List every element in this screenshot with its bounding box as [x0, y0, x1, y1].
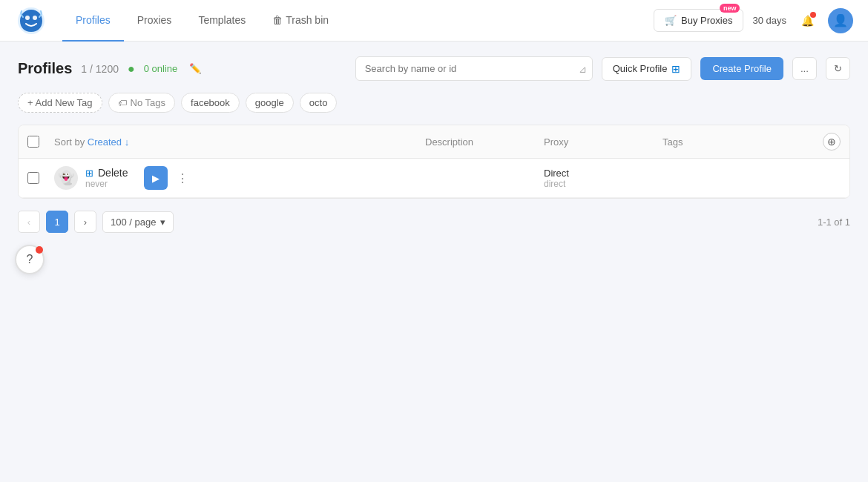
- filter-button[interactable]: ⊿: [579, 63, 587, 74]
- notification-dot: [810, 12, 816, 18]
- select-all-checkbox[interactable]: [27, 136, 39, 148]
- buy-proxies-button[interactable]: new 🛒 Buy Proxies: [654, 9, 743, 32]
- tag-no-tags[interactable]: 🏷 No Tags: [108, 93, 175, 113]
- page-header: Profiles 1 / 1200 ● 0 online ✏️ ⊿ Quick …: [18, 56, 850, 81]
- question-mark-icon: ?: [27, 253, 33, 266]
- search-input[interactable]: [355, 56, 593, 81]
- tags-bar: + Add New Tag 🏷 No Tags facebook google …: [18, 93, 850, 113]
- main-content: Profiles 1 / 1200 ● 0 online ✏️ ⊿ Quick …: [0, 42, 868, 260]
- svg-point-1: [25, 16, 30, 20]
- title-column-header: Sort by Created ↓: [54, 136, 425, 148]
- nav-proxies[interactable]: Proxies: [124, 0, 185, 42]
- description-column-header: Description: [425, 136, 544, 148]
- nav-templates[interactable]: Templates: [185, 0, 259, 42]
- header: Profiles Proxies Templates 🗑 Trash bin n…: [0, 0, 868, 42]
- cart-icon: 🛒: [665, 15, 677, 26]
- online-dot: ●: [128, 62, 135, 76]
- page-info: 1-1 of 1: [818, 217, 850, 228]
- prev-page-button[interactable]: ‹: [18, 211, 40, 233]
- row-checkbox[interactable]: [27, 172, 39, 184]
- notifications-button[interactable]: 🔔: [795, 9, 819, 33]
- main-nav: Profiles Proxies Templates 🗑 Trash bin: [62, 0, 654, 42]
- refresh-icon: ↻: [834, 63, 842, 74]
- tag-google[interactable]: google: [246, 93, 294, 113]
- proxy-name: Direct: [544, 168, 662, 179]
- add-tag-button[interactable]: + Add New Tag: [18, 93, 102, 113]
- per-page-selector[interactable]: 100 / page ▾: [102, 211, 174, 233]
- proxy-info: Direct direct: [544, 168, 662, 189]
- profile-more-button[interactable]: ⋮: [172, 168, 193, 188]
- play-icon: ▶: [152, 173, 160, 184]
- profile-last-used: never: [85, 179, 128, 189]
- nav-trash[interactable]: 🗑 Trash bin: [259, 0, 342, 42]
- profiles-table: Sort by Created ↓ Description Proxy Tags…: [18, 125, 850, 199]
- next-page-button[interactable]: ›: [74, 211, 96, 233]
- proxy-column-header: Proxy: [544, 136, 662, 148]
- add-column-button[interactable]: ⊕: [823, 133, 841, 151]
- svg-point-2: [33, 16, 37, 20]
- create-profile-button[interactable]: Create Profile: [700, 57, 783, 80]
- app-logo: [15, 4, 47, 37]
- pencil-icon: ✏️: [189, 63, 202, 74]
- header-right: new 🛒 Buy Proxies 30 days 🔔 👤: [654, 8, 853, 33]
- tag-icon: 🏷: [118, 98, 127, 108]
- pagination: ‹ 1 › 100 / page ▾ 1-1 of 1: [18, 199, 850, 245]
- user-avatar[interactable]: 👤: [828, 8, 853, 33]
- play-profile-button[interactable]: ▶: [144, 166, 168, 190]
- nav-profiles[interactable]: Profiles: [62, 0, 124, 42]
- filter-icon: ⊿: [579, 63, 587, 74]
- table-header: Sort by Created ↓ Description Proxy Tags…: [19, 125, 849, 159]
- plus-circle-icon: ⊕: [827, 136, 836, 148]
- refresh-button[interactable]: ↻: [826, 57, 850, 80]
- row-actions: ▶ ⋮: [144, 166, 193, 190]
- profile-info: 👻 ⊞ Delete never ▶ ⋮: [54, 166, 425, 190]
- table-row: 👻 ⊞ Delete never ▶ ⋮: [19, 159, 849, 198]
- trash-icon: 🗑: [272, 14, 283, 26]
- tag-facebook[interactable]: facebook: [181, 93, 240, 113]
- help-button[interactable]: ?: [15, 245, 45, 274]
- help-dot: [36, 246, 43, 254]
- avatar-ghost-icon: 👻: [58, 170, 74, 186]
- new-badge: new: [720, 4, 740, 13]
- proxy-type: direct: [544, 179, 662, 189]
- tag-octo[interactable]: octo: [300, 93, 338, 113]
- sort-arrow-icon: ↓: [125, 136, 130, 148]
- profile-name: Delete: [98, 167, 128, 179]
- dots-icon: ⋮: [177, 171, 188, 185]
- edit-icon-button[interactable]: ✏️: [186, 60, 205, 77]
- tags-column-header: Tags: [662, 136, 796, 148]
- online-count: 0 online: [144, 63, 178, 74]
- current-page-button[interactable]: 1: [46, 211, 68, 233]
- page-title: Profiles: [18, 60, 72, 77]
- profile-count: 1 / 1200: [81, 63, 119, 75]
- quick-profile-button[interactable]: Quick Profile ⊞: [602, 57, 692, 81]
- windows-icon: ⊞: [671, 63, 680, 75]
- more-options-button[interactable]: ...: [792, 57, 817, 80]
- os-windows-icon: ⊞: [85, 168, 93, 179]
- chevron-down-icon: ▾: [160, 217, 165, 228]
- search-box: ⊿: [355, 56, 593, 81]
- days-badge: 30 days: [752, 15, 786, 26]
- profile-avatar: 👻: [54, 166, 78, 190]
